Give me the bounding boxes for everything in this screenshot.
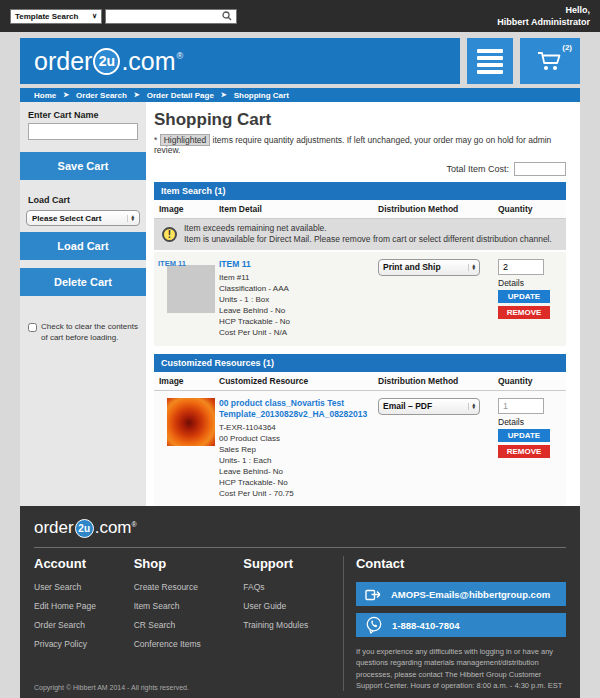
footer-link-user-search[interactable]: User Search	[34, 582, 134, 592]
item-remove-button[interactable]: REMOVE	[498, 306, 550, 319]
footer-column-support: Support FAQs User Guide Training Modules	[243, 556, 343, 691]
footer-link-create-resource[interactable]: Create Resource	[134, 582, 244, 592]
breadcrumb-separator-icon: ➤	[134, 91, 140, 99]
logo-text-post: .com	[121, 47, 175, 76]
greeting-username: Hibbert Administrator	[497, 16, 590, 28]
footer-column-account: Account User Search Edit Home Page Order…	[34, 556, 134, 691]
item-details-link[interactable]: Details	[498, 278, 566, 288]
contact-phone-button[interactable]: 1-888-410-7804	[356, 613, 566, 637]
breadcrumb-shopping-cart[interactable]: Shopping Cart	[234, 91, 289, 100]
footer-link-conference-items[interactable]: Conference Items	[134, 639, 244, 649]
stepper-icon: ▴ ▾	[468, 264, 475, 271]
footer-logo-post: .com	[95, 518, 132, 538]
item-search-section-header: Item Search (1)	[154, 182, 566, 200]
footer-link-privacy-policy[interactable]: Privacy Policy	[34, 639, 134, 649]
cr-distribution-value: Email – PDF	[383, 401, 432, 411]
save-cart-button[interactable]: Save Cart	[20, 152, 146, 180]
breadcrumb: Home ➤ Order Search ➤ Order Detail Page …	[20, 88, 580, 102]
breadcrumb-separator-icon: ➤	[63, 91, 69, 99]
page-title: Shopping Cart	[154, 110, 566, 130]
menu-button[interactable]	[467, 38, 513, 84]
cr-image-cell	[154, 396, 219, 499]
cr-detail-line: 00 Product Class	[219, 433, 378, 444]
cr-detail-line: Leave Behind- No	[219, 466, 378, 477]
footer-link-cr-search[interactable]: CR Search	[134, 620, 244, 630]
total-cost-label: Total Item Cost:	[446, 164, 509, 174]
chevron-down-icon: ∨	[92, 12, 97, 20]
clear-cart-checkbox-label: Check to clear the contents of cart befo…	[41, 322, 138, 344]
load-cart-button[interactable]: Load Cart	[20, 232, 146, 260]
cr-thumbnail-image[interactable]	[167, 398, 215, 446]
cr-remove-button[interactable]: REMOVE	[498, 445, 550, 458]
total-cost-input[interactable]	[514, 162, 566, 176]
footer-link-training-modules[interactable]: Training Modules	[243, 620, 343, 630]
footer-heading-shop: Shop	[134, 556, 244, 571]
footer-link-item-search[interactable]: Item Search	[134, 601, 244, 611]
logo-registered-mark: ®	[177, 51, 184, 61]
breadcrumb-separator-icon: ➤	[221, 91, 227, 99]
item-title-link[interactable]: ITEM 11	[219, 259, 378, 270]
contact-email-button[interactable]: AMOPS-Emails@hibbertgroup.com	[356, 582, 566, 606]
cart-name-input[interactable]	[28, 123, 138, 140]
delete-cart-button[interactable]: Delete Cart	[20, 268, 146, 296]
item-update-button[interactable]: UPDATE	[498, 290, 550, 303]
customized-resources-section-header: Customized Resources (1)	[154, 354, 566, 372]
item-detail-line: Classification - AAA	[219, 283, 378, 294]
stepper-icon: ▴ ▾	[468, 403, 475, 410]
cr-quantity-cell: Details UPDATE REMOVE	[498, 396, 566, 499]
select-cart-dropdown[interactable]: Please Select Cart ▴ ▾	[26, 210, 140, 226]
shopping-cart-main: Shopping Cart * Highlighted items requir…	[146, 102, 580, 506]
footer-link-faqs[interactable]: FAQs	[243, 582, 343, 592]
template-search-select[interactable]: Template Search ∨	[10, 9, 102, 24]
top-bar: Template Search ∨ Hello, Hibbert Adminis…	[0, 0, 600, 32]
contact-email-text: AMOPS-Emails@hibbertgroup.com	[391, 589, 550, 600]
logo[interactable]: order2u.com®	[34, 47, 183, 76]
breadcrumb-order-detail[interactable]: Order Detail Page	[147, 91, 214, 100]
cr-distribution-select[interactable]: Email – PDF ▴ ▾	[378, 398, 480, 415]
cr-detail-cell: 00 product class_Novartis Test Template_…	[219, 396, 378, 499]
template-search-value: Template Search	[15, 12, 78, 21]
cr-detail-line: Cost Per Unit - 70.75	[219, 488, 378, 499]
item-image-cell: ITEM 11	[154, 257, 219, 338]
column-quantity: Quantity	[498, 204, 566, 214]
footer-link-edit-home-page[interactable]: Edit Home Page	[34, 601, 134, 611]
cr-update-button[interactable]: UPDATE	[498, 429, 550, 442]
note-asterisk: *	[154, 135, 157, 145]
cr-detail-line: T-EXR-1104364	[219, 422, 378, 433]
item-image-placeholder[interactable]	[167, 265, 215, 313]
customized-table-header: Image Customized Resource Distribution M…	[154, 372, 566, 391]
breadcrumb-home[interactable]: Home	[34, 91, 56, 100]
item-quantity-input[interactable]	[498, 259, 544, 275]
footer-heading-account: Account	[34, 556, 134, 571]
highlight-note: * Highlighted items require quantity adj…	[154, 135, 566, 155]
clear-cart-checkbox[interactable]	[28, 323, 37, 332]
column-quantity: Quantity	[498, 376, 566, 386]
contact-phone-text: 1-888-410-7804	[392, 620, 460, 631]
footer-link-order-search[interactable]: Order Search	[34, 620, 134, 630]
footer-divider	[34, 547, 566, 548]
global-search-input[interactable]	[106, 12, 222, 21]
column-customized-resource: Customized Resource	[219, 376, 378, 386]
item-image-alt: ITEM 11	[158, 259, 186, 268]
logo-circle: 2u	[93, 48, 120, 75]
breadcrumb-order-search[interactable]: Order Search	[76, 91, 127, 100]
column-distribution: Distribution Method	[378, 204, 498, 214]
cr-title-link[interactable]: 00 product class_Novartis Test Template_…	[219, 398, 378, 420]
footer-logo-pre: order	[34, 518, 74, 538]
site-header: order2u.com® (2)	[20, 38, 580, 84]
cr-title-line1: 00 product class_Novartis Test	[219, 398, 378, 409]
cart-button[interactable]: (2)	[520, 38, 580, 84]
warning-line-1: Item exceeds remaining net available.	[184, 223, 552, 234]
greeting-hello: Hello,	[497, 4, 590, 16]
clear-cart-checkbox-row: Check to clear the contents of cart befo…	[28, 322, 138, 344]
cr-details-link[interactable]: Details	[498, 417, 566, 427]
item-search-table-header: Image Item Detail Distribution Method Qu…	[154, 200, 566, 219]
column-item-detail: Item Detail	[219, 204, 378, 214]
search-icon[interactable]	[222, 11, 236, 21]
footer-link-user-guide[interactable]: User Guide	[243, 601, 343, 611]
cart-count-badge: (2)	[562, 43, 572, 52]
footer-logo-registered-mark: ®	[132, 521, 137, 528]
item-row: ITEM 11 ITEM 11 Item #11 Classification …	[154, 252, 566, 346]
item-distribution-select[interactable]: Print and Ship ▴ ▾	[378, 259, 480, 276]
cr-quantity-input[interactable]	[498, 398, 544, 414]
